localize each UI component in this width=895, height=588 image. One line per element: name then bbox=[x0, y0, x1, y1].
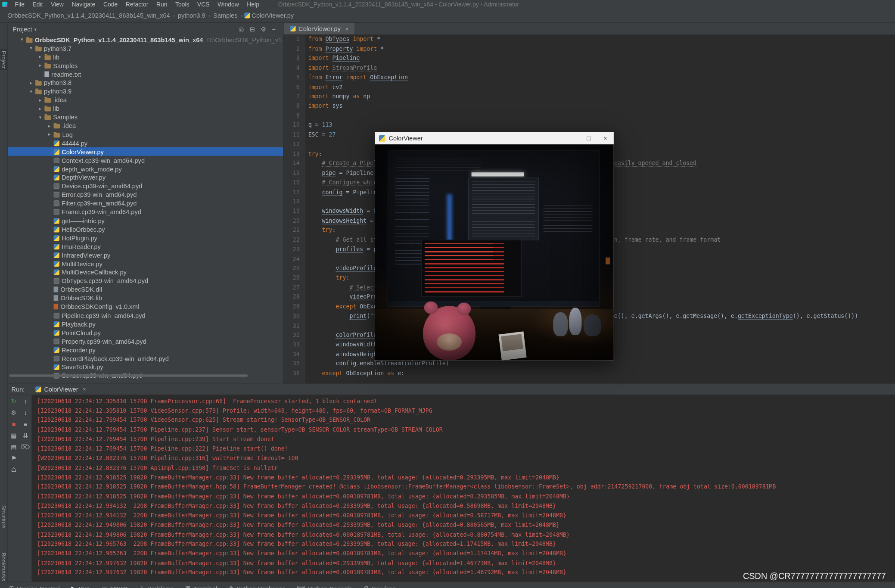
menu-view[interactable]: View bbox=[47, 0, 68, 7]
locate-file-icon[interactable]: ◎ bbox=[236, 25, 247, 33]
tree-item-readme-txt[interactable]: readme.txt bbox=[8, 70, 283, 78]
chevron-down-icon[interactable]: ▾ bbox=[34, 27, 37, 32]
tool-strip-bookmarks[interactable]: Bookmarks bbox=[0, 553, 7, 581]
tree-item-python3-8[interactable]: ▸python3.8 bbox=[8, 78, 283, 87]
tree-item-savetodisk-py[interactable]: SaveToDisk.py bbox=[8, 363, 283, 371]
project-panel-title[interactable]: Project bbox=[12, 26, 32, 33]
pin-icon[interactable]: ⚑ bbox=[11, 455, 17, 462]
tree-item-multidevice-py[interactable]: MultiDevice.py bbox=[8, 259, 283, 268]
tree-item-colorviewer-py[interactable]: ColorViewer.py bbox=[8, 147, 283, 156]
chevron-down-icon[interactable]: ▾ bbox=[28, 89, 35, 94]
code-line-2[interactable]: from Property import * bbox=[308, 44, 895, 54]
statusbar-python-packages[interactable]: ❖Python Packages bbox=[229, 585, 286, 588]
tree-item-pipeline-cp39-win-amd64-pyd[interactable]: Pipeline.cp39-win_amd64.pyd bbox=[8, 311, 283, 320]
menu-navigate[interactable]: Navigate bbox=[68, 0, 99, 7]
colorviewer-titlebar[interactable]: ColorViewer — □ × bbox=[375, 132, 614, 144]
maximize-button[interactable]: □ bbox=[581, 132, 597, 144]
run-tab-colorviewer[interactable]: ColorViewer × bbox=[31, 384, 91, 395]
menu-vcs[interactable]: VCS bbox=[193, 0, 214, 7]
tab-colorviewer[interactable]: ColorViewer.py × bbox=[284, 23, 354, 34]
menu-window[interactable]: Window bbox=[214, 0, 243, 7]
tree-item-orbbecsdk-dll[interactable]: OrbbecSDK.dll bbox=[8, 285, 283, 294]
close-icon[interactable]: × bbox=[83, 386, 86, 392]
menu-edit[interactable]: Edit bbox=[28, 0, 47, 7]
code-line-5[interactable]: from Error import ObException bbox=[308, 73, 895, 82]
tree-item-samples[interactable]: ▾Samples bbox=[8, 113, 283, 121]
history-icon[interactable]: ▤ bbox=[11, 444, 17, 451]
tool-strip-project[interactable]: Project bbox=[0, 49, 7, 70]
minimize-button[interactable]: — bbox=[564, 132, 580, 144]
next-occurrence-icon[interactable]: ↓ bbox=[24, 409, 27, 417]
delete-icon[interactable]: ♺ bbox=[11, 467, 17, 474]
breadcrumb-item-python3-9[interactable]: python3.9 bbox=[176, 12, 207, 19]
breadcrumb-item-samples[interactable]: Samples bbox=[211, 12, 239, 19]
hide-panel-icon[interactable]: − bbox=[269, 25, 279, 33]
scroll-to-end-icon[interactable]: ⇊ bbox=[23, 432, 28, 439]
tree-item-orbbecsdk-python-v1-1-4-20230411-863b145-win-x64[interactable]: ▾OrbbecSDK_Python_v1.1.4_20230411_863b14… bbox=[8, 35, 283, 44]
code-line-1[interactable]: from ObTypes import * bbox=[308, 35, 895, 44]
tree-item-idea[interactable]: ▸.idea bbox=[8, 96, 283, 104]
code-line-10[interactable]: q = 113 bbox=[308, 121, 895, 130]
code-line-35[interactable]: config.enableStream(colorProfile) bbox=[308, 359, 895, 369]
tree-item-depthviewer-py[interactable]: DepthViewer.py bbox=[8, 173, 283, 182]
code-line-4[interactable]: import StreamProfile bbox=[308, 63, 895, 73]
clear-all-icon[interactable]: ⌦ bbox=[21, 444, 30, 451]
chevron-down-icon[interactable]: ▾ bbox=[37, 115, 44, 120]
chevron-right-icon[interactable]: ▸ bbox=[37, 63, 44, 68]
tree-item-frame-cp39-win-amd64-pyd[interactable]: Frame.cp39-win_amd64.pyd bbox=[8, 208, 283, 216]
tree-item-idea[interactable]: ▸.idea bbox=[8, 121, 283, 130]
tree-item-lib[interactable]: ▸lib bbox=[8, 53, 283, 61]
tree-item-filter-cp39-win-amd64-pyd[interactable]: Filter.cp39-win_amd64.pyd bbox=[8, 199, 283, 208]
chevron-down-icon[interactable]: ▾ bbox=[28, 46, 35, 51]
chevron-right-icon[interactable]: ▸ bbox=[46, 132, 53, 137]
tool-strip-structure[interactable]: Structure bbox=[0, 505, 7, 529]
tree-item-recordplayback-cp39-win-amd64-pyd[interactable]: RecordPlayback.cp39-win_amd64.pyd bbox=[8, 354, 283, 363]
code-line-3[interactable]: import Pipeline bbox=[308, 54, 895, 63]
tree-item-samples[interactable]: ▸Samples bbox=[8, 61, 283, 70]
prev-occurrence-icon[interactable]: ↑ bbox=[24, 398, 27, 405]
tree-item-python3-9[interactable]: ▾python3.9 bbox=[8, 87, 283, 96]
horizontal-scrollbar[interactable] bbox=[9, 374, 248, 376]
tree-item-orbbecsdk-lib[interactable]: OrbbecSDK.lib bbox=[8, 294, 283, 302]
tree-item-pointcloud-py[interactable]: PointCloud.py bbox=[8, 328, 283, 337]
chevron-right-icon[interactable]: ▸ bbox=[28, 80, 35, 85]
code-line-6[interactable]: import cv2 bbox=[308, 83, 895, 92]
chevron-right-icon[interactable]: ▸ bbox=[46, 123, 53, 128]
tree-item-multidevicecallback-py[interactable]: MultiDeviceCallback.py bbox=[8, 268, 283, 277]
tree-item-property-cp39-win-amd64-pyd[interactable]: Property.cp39-win_amd64.pyd bbox=[8, 337, 283, 345]
tree-item-playback-py[interactable]: Playback.py bbox=[8, 320, 283, 328]
statusbar-terminal[interactable]: ▣Terminal bbox=[185, 585, 217, 588]
tree-item-helloorbbec-py[interactable]: HelloOrbbec.py bbox=[8, 225, 283, 233]
code-line-9[interactable] bbox=[308, 111, 895, 121]
statusbar-services[interactable]: ⚙Services bbox=[364, 585, 396, 588]
chevron-down-icon[interactable]: ▾ bbox=[18, 37, 25, 42]
stop-icon[interactable]: ■ bbox=[12, 421, 16, 428]
colorviewer-window[interactable]: ColorViewer — □ × bbox=[375, 132, 614, 360]
breadcrumb-item-colorviewer-py[interactable]: ColorViewer.py bbox=[250, 12, 295, 19]
statusbar-run[interactable]: ▶Run bbox=[71, 585, 90, 588]
tree-item-device-cp39-win-amd64-pyd[interactable]: Device.cp39-win_amd64.pyd bbox=[8, 182, 283, 190]
settings-icon[interactable]: ⚙ bbox=[11, 409, 17, 417]
tree-item-lib[interactable]: ▸lib bbox=[8, 104, 283, 113]
code-line-8[interactable]: import sys bbox=[308, 102, 895, 111]
menu-file[interactable]: File bbox=[11, 0, 28, 7]
tree-item-log[interactable]: ▸Log bbox=[8, 130, 283, 139]
collapse-all-icon[interactable]: ⊟ bbox=[247, 25, 258, 33]
settings-icon[interactable]: ⚙ bbox=[258, 25, 269, 33]
close-icon[interactable]: × bbox=[345, 25, 348, 32]
statusbar-problems[interactable]: ⚠Problems bbox=[139, 585, 174, 588]
chevron-right-icon[interactable]: ▸ bbox=[37, 54, 44, 59]
tree-item-orbbecsdkconfig-v1-0-xml[interactable]: OrbbecSDKConfig_v1.0.xml bbox=[8, 302, 283, 311]
chevron-right-icon[interactable]: ▸ bbox=[37, 97, 44, 103]
soft-wrap-icon[interactable]: ≡ bbox=[24, 421, 28, 428]
tree-item-error-cp39-win-amd64-pyd[interactable]: Error.cp39-win_amd64.pyd bbox=[8, 190, 283, 199]
tree-item-context-cp39-win-amd64-pyd[interactable]: Context.cp39-win_amd64.pyd bbox=[8, 156, 283, 165]
restore-layout-icon[interactable]: ▦ bbox=[11, 432, 17, 439]
breadcrumb-item-orbbecsdk-python-v1-1-4-20230411-863b145-win-x64[interactable]: OrbbecSDK_Python_v1.1.4_20230411_863b145… bbox=[6, 12, 171, 19]
tree-item-44444-py[interactable]: 44444.py bbox=[8, 139, 283, 147]
tree-item-infraredviewer-py[interactable]: InfraredViewer.py bbox=[8, 251, 283, 259]
tree-item-python3-7[interactable]: ▾python3.7 bbox=[8, 44, 283, 53]
close-button[interactable]: × bbox=[597, 132, 613, 144]
menu-code[interactable]: Code bbox=[99, 0, 122, 7]
statusbar-version-control[interactable]: ⊞Version Control bbox=[9, 585, 59, 588]
